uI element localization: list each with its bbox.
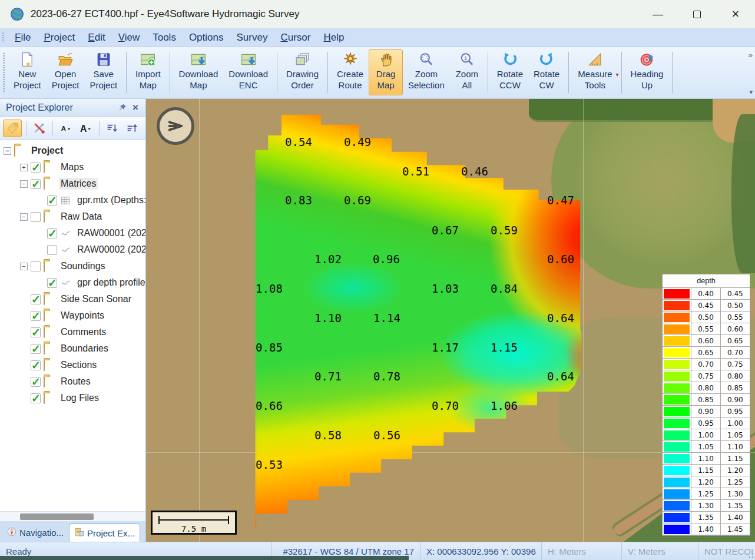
menu-item-cursor[interactable]: Cursor — [274, 31, 317, 45]
tag-button[interactable] — [3, 120, 22, 137]
menu-item-help[interactable]: Help — [317, 31, 350, 45]
tree-item-soundings[interactable]: −Soundings — [0, 258, 145, 274]
tree-item-side-scan-sonar[interactable]: Side Scan Sonar — [0, 291, 145, 307]
tree-checkbox[interactable] — [47, 278, 57, 288]
tree-item-raw-data[interactable]: −Raw Data — [0, 208, 145, 225]
depth-value-label: 1.10 — [314, 312, 342, 324]
globe-app-icon — [9, 6, 25, 22]
download-enc-button[interactable]: DownloadENC — [223, 49, 273, 95]
dropdown-arrow-icon[interactable]: ▾ — [616, 71, 619, 78]
font-decrease-button[interactable]: A — [56, 120, 75, 137]
tree-item-maps[interactable]: +Maps — [0, 159, 145, 175]
toolbar: » ▾ ★NewProjectOpenProjectSaveProjectImp… — [0, 47, 755, 99]
depth-value-label: 0.53 — [256, 458, 283, 471]
collapse-box[interactable]: − — [4, 147, 11, 155]
font-increase-button[interactable]: A — [76, 120, 95, 137]
tree-item-raw00002-2023[interactable]: RAW00002 (2023 — [0, 241, 145, 258]
legend-from-value: 0.80 — [691, 382, 720, 394]
title-bar: 2023-06-27 ECT400.hpf - Eye4Software Hyd… — [0, 0, 755, 28]
rotate-cw-button[interactable]: RotateCW — [528, 49, 565, 95]
open-project-icon — [58, 52, 73, 67]
collapse-box[interactable]: − — [20, 263, 28, 270]
legend-from-value: 0.70 — [691, 359, 720, 370]
pin-icon[interactable] — [116, 101, 129, 114]
collapse-box[interactable]: − — [20, 180, 28, 188]
tree-checkbox[interactable] — [31, 344, 41, 354]
tree-item-routes[interactable]: Routes — [0, 373, 145, 390]
tree-checkbox[interactable] — [31, 377, 41, 387]
tree-checkbox[interactable] — [31, 163, 41, 173]
tree-checkbox[interactable] — [31, 294, 41, 304]
panel-close-icon[interactable]: × — [129, 101, 142, 114]
legend-from-value: 1.00 — [691, 429, 720, 441]
tree-item-sections[interactable]: Sections — [0, 357, 145, 373]
legend-to-value: 1.35 — [721, 500, 750, 512]
tools-button[interactable] — [29, 120, 48, 137]
expand-box[interactable]: + — [20, 164, 28, 171]
rotate-ccw-button[interactable]: RotateCCW — [492, 49, 528, 95]
toolbar-expand-icon[interactable]: ▾ — [749, 88, 753, 96]
tree-checkbox[interactable] — [31, 212, 41, 222]
tab-navigation[interactable]: Navigatio... — [1, 523, 69, 542]
resize-grip[interactable] — [747, 551, 754, 558]
zoom-all-button[interactable]: 1ZoomAll — [450, 49, 484, 95]
map-view[interactable]: 0.540.490.510.460.830.690.470.670.591.02… — [146, 99, 755, 542]
tree-checkbox[interactable] — [31, 261, 41, 271]
zoom-selection-button[interactable]: ZoomSelection — [403, 49, 450, 95]
compass-heading-button[interactable] — [157, 107, 194, 145]
tree-item-matrices[interactable]: −Matrices — [0, 175, 145, 192]
folder-icon — [44, 393, 56, 403]
heading-up-button[interactable]: HeadingUp — [625, 49, 669, 95]
tree-item-label: Raw Data — [59, 211, 104, 223]
drawing-order-button[interactable]: DrawingOrder — [281, 49, 324, 95]
new-project-button[interactable]: ★NewProject — [8, 49, 47, 95]
tree-item-raw00001-2023[interactable]: RAW00001 (2023 — [0, 225, 145, 241]
tree-checkbox[interactable] — [31, 360, 41, 370]
download-map-button[interactable]: DownloadMap — [174, 49, 224, 95]
tree-checkbox[interactable] — [47, 195, 57, 206]
maximize-button[interactable] — [677, 0, 716, 28]
tree-item-waypoints[interactable]: Waypoints — [0, 307, 145, 324]
legend-row: 0.700.75 — [663, 359, 750, 370]
minimize-button[interactable]: — — [638, 0, 677, 28]
scrollbar-thumb[interactable] — [20, 513, 94, 520]
menu-item-file[interactable]: File — [8, 31, 37, 45]
menu-item-options[interactable]: Options — [183, 31, 230, 45]
panel-title: Project Explorer — [6, 102, 116, 113]
tree-item-boundaries[interactable]: Boundaries — [0, 340, 145, 357]
save-project-button[interactable]: SaveProject — [84, 49, 122, 95]
tree-item-gpr-mtx-depths[interactable]: gpr.mtx (Depths: — [0, 192, 145, 208]
sort-ascending-button[interactable] — [122, 120, 141, 137]
tree-item-log-files[interactable]: Log Files — [0, 390, 145, 406]
collapse-box[interactable]: − — [20, 213, 28, 221]
toolbar-overflow-chevron[interactable]: » — [749, 51, 753, 59]
tree-checkbox[interactable] — [47, 245, 57, 255]
tree-checkbox[interactable] — [31, 179, 41, 189]
tree-checkbox[interactable] — [31, 393, 41, 403]
menu-item-edit[interactable]: Edit — [81, 31, 111, 45]
depth-value-label: 0.84 — [491, 282, 518, 295]
create-route-button[interactable]: CreateRoute — [332, 49, 369, 95]
tree-checkbox[interactable] — [31, 311, 41, 321]
menu-item-survey[interactable]: Survey — [230, 31, 274, 45]
import-map-button[interactable]: ImportMap — [130, 49, 166, 95]
tree-checkbox[interactable] — [31, 327, 41, 337]
tab-project-explorer[interactable]: Project Ex... — [69, 523, 140, 542]
tree-item-project[interactable]: −Project — [0, 143, 145, 159]
tree-item-label: RAW00002 (2023 — [75, 244, 145, 256]
tree-checkbox[interactable] — [47, 228, 57, 238]
measure-tools-button[interactable]: MeasureTools▾ — [572, 49, 617, 95]
legend-to-value: 0.55 — [721, 312, 750, 323]
menu-item-view[interactable]: View — [112, 31, 147, 45]
menu-item-tools[interactable]: Tools — [146, 31, 183, 45]
close-button[interactable]: × — [716, 0, 755, 28]
legend-to-value: 0.80 — [721, 370, 750, 382]
drag-map-button[interactable]: DragMap — [369, 49, 403, 95]
tree-item-comments[interactable]: Comments — [0, 324, 145, 340]
menu-item-project[interactable]: Project — [37, 31, 81, 45]
sort-descending-button[interactable] — [102, 120, 121, 137]
open-project-button[interactable]: OpenProject — [47, 49, 85, 95]
tree-item-gpr-depth-profile[interactable]: gpr depth profile — [0, 274, 145, 291]
depth-value-label: 1.08 — [256, 282, 283, 295]
tree-horizontal-scrollbar[interactable] — [0, 511, 145, 521]
